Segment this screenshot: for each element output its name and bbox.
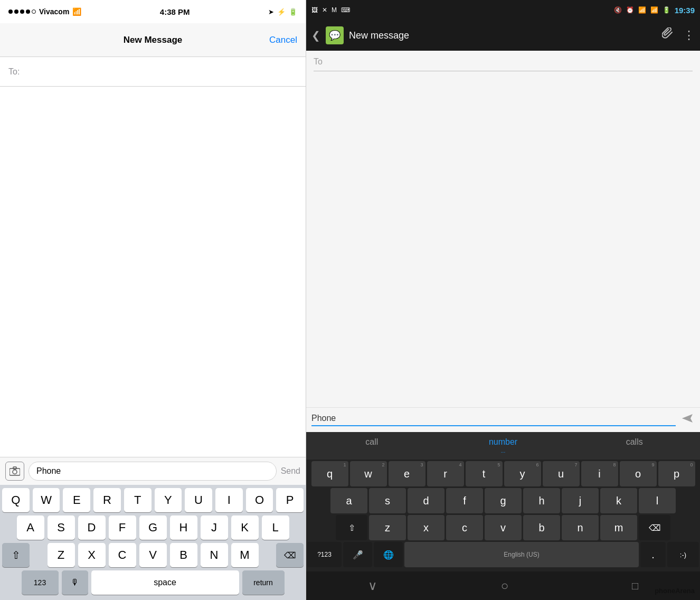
android-key-v[interactable]: v [485, 515, 522, 540]
ios-keyboard-row2: A S D F G H J K L [0, 512, 306, 540]
android-key-i[interactable]: 8i [581, 461, 618, 486]
ios-key-G[interactable]: G [139, 515, 167, 540]
android-key-k[interactable]: k [600, 488, 637, 513]
ios-message-input[interactable]: Phone [29, 462, 277, 481]
android-suggestion-call[interactable]: call [306, 435, 438, 449]
android-key-b[interactable]: b [523, 515, 560, 540]
ios-message-input-value: Phone [36, 466, 61, 476]
ios-nav-title: New Message [124, 35, 183, 45]
ios-camera-button[interactable] [5, 462, 24, 481]
svg-point-1 [13, 470, 17, 474]
ios-delete-key[interactable]: ⌫ [276, 543, 304, 567]
android-key-m[interactable]: m [600, 515, 637, 540]
ios-space-key[interactable]: space [91, 570, 239, 595]
ios-key-A[interactable]: A [17, 515, 44, 540]
ios-key-V[interactable]: V [139, 543, 167, 567]
ios-message-area [0, 87, 306, 457]
battery-icon: 🔋 [289, 8, 297, 16]
ios-shift-key[interactable]: ⇧ [2, 543, 30, 567]
android-signal-bars-icon: 📶 [650, 6, 658, 14]
android-key-e[interactable]: 3e [389, 461, 425, 486]
android-back-button[interactable]: ❮ [311, 29, 320, 42]
ios-key-Q[interactable]: Q [2, 488, 30, 512]
ios-mic-key[interactable]: 🎙 [62, 570, 88, 595]
android-more-button[interactable]: ⋮ [683, 29, 695, 42]
android-sym-key[interactable]: ?123 [307, 542, 342, 567]
ios-key-E[interactable]: E [63, 488, 90, 512]
ios-keyboard-row1: Q W E R T Y U I O P [0, 485, 306, 512]
android-mic-key[interactable]: 🎤 [343, 542, 372, 567]
android-key-d[interactable]: d [408, 488, 444, 513]
android-key-c[interactable]: c [446, 515, 483, 540]
android-key-n[interactable]: n [562, 515, 599, 540]
ios-key-S[interactable]: S [48, 515, 75, 540]
android-key-a[interactable]: a [330, 488, 367, 513]
android-key-q[interactable]: 1q [311, 461, 348, 486]
android-key-x[interactable]: x [408, 515, 444, 540]
android-send-button[interactable] [680, 412, 695, 428]
ios-to-input[interactable] [24, 67, 297, 77]
android-key-o[interactable]: 9o [620, 461, 657, 486]
android-globe-key[interactable]: 🌐 [374, 542, 403, 567]
ios-key-X[interactable]: X [78, 543, 106, 567]
android-key-s[interactable]: s [369, 488, 406, 513]
android-key-z[interactable]: z [369, 515, 406, 540]
android-shift-key[interactable]: ⇧ [336, 515, 367, 540]
ios-key-R[interactable]: R [93, 488, 121, 512]
android-key-g[interactable]: g [485, 488, 522, 513]
ios-key-N[interactable]: N [201, 543, 228, 567]
android-key-t[interactable]: 5t [466, 461, 503, 486]
ios-key-F[interactable]: F [109, 515, 136, 540]
ios-key-K[interactable]: K [231, 515, 259, 540]
android-nav-home-button[interactable]: ○ [488, 574, 522, 597]
location-icon: ➤ [268, 8, 274, 16]
android-keyboard-icon: ⌨ [341, 6, 350, 14]
ios-key-C[interactable]: C [109, 543, 136, 567]
android-keyboard-row2: a s d f g h j k l [306, 486, 700, 513]
android-period-key[interactable]: . [640, 542, 666, 567]
ios-key-I[interactable]: I [215, 488, 243, 512]
android-suggestion-number[interactable]: number ... [438, 435, 569, 456]
android-compose-input[interactable]: Phone [311, 414, 676, 426]
android-nav-recents-button[interactable]: □ [619, 576, 651, 596]
ios-key-P[interactable]: P [276, 488, 304, 512]
android-space-key[interactable]: English (US) [404, 542, 639, 567]
android-status-icons-right: 🔇 ⏰ 📶 📶 🔋 19:39 [614, 6, 695, 15]
ios-send-button[interactable]: Send [281, 466, 300, 476]
ios-signal-dots [8, 10, 36, 14]
android-key-j[interactable]: j [562, 488, 599, 513]
signal-dot-2 [14, 10, 18, 14]
ios-key-U[interactable]: U [185, 488, 212, 512]
ios-key-W[interactable]: W [33, 488, 60, 512]
ios-key-O[interactable]: O [246, 488, 273, 512]
ios-key-J[interactable]: J [201, 515, 228, 540]
ios-key-Z[interactable]: Z [48, 543, 75, 567]
android-key-l[interactable]: l [639, 488, 676, 513]
ios-key-T[interactable]: T [124, 488, 152, 512]
android-key-y[interactable]: 6y [504, 461, 541, 486]
android-key-w[interactable]: 2w [350, 461, 387, 486]
android-key-f[interactable]: f [446, 488, 483, 513]
android-key-u[interactable]: 7u [543, 461, 580, 486]
ios-return-key[interactable]: return [242, 570, 285, 595]
android-message-area [306, 76, 700, 407]
ios-cancel-button[interactable]: Cancel [269, 35, 297, 45]
ios-status-right: ➤ ⚡ 🔋 [268, 8, 297, 16]
ios-key-Y[interactable]: Y [155, 488, 182, 512]
android-key-h[interactable]: h [523, 488, 560, 513]
ios-123-key[interactable]: 123 [22, 570, 59, 595]
ios-key-H[interactable]: H [170, 515, 197, 540]
ios-compose-bar: Phone Send [0, 457, 306, 485]
android-emoji-key[interactable]: :-) [667, 542, 699, 567]
signal-dot-3 [20, 10, 24, 14]
android-suggestion-calls[interactable]: calls [569, 435, 700, 449]
android-attach-button[interactable] [662, 27, 674, 43]
ios-key-L[interactable]: L [262, 515, 289, 540]
android-delete-key[interactable]: ⌫ [639, 515, 670, 540]
ios-key-D[interactable]: D [78, 515, 106, 540]
android-nav-back-button[interactable]: ∨ [355, 574, 390, 597]
ios-key-B[interactable]: B [170, 543, 197, 567]
ios-key-M[interactable]: M [231, 543, 259, 567]
android-key-p[interactable]: 0p [658, 461, 695, 486]
android-key-r[interactable]: 4r [427, 461, 464, 486]
